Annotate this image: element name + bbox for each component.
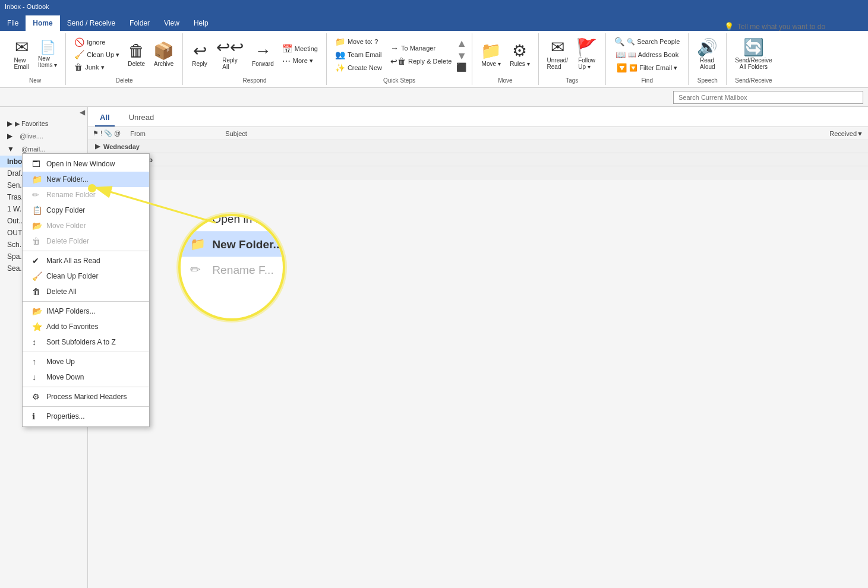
sidebar-collapse-button[interactable]: ◀ <box>80 108 85 116</box>
filter-email-button[interactable]: 🔽 🔽 Filter Email ▾ <box>613 62 681 74</box>
more-respond-icon: ⋯ <box>282 56 291 66</box>
ctx-delete-all[interactable]: 🗑 Delete All <box>23 284 149 299</box>
ctx-copy-folder[interactable]: 📋 Copy Folder <box>23 203 149 218</box>
send-receive-all-button[interactable]: 🔄 Send/ReceiveAll Folders <box>731 37 775 72</box>
ribbon-group-sendreceive: 🔄 Send/ReceiveAll Folders Send/Receive <box>727 33 780 85</box>
ctx-delete-folder-label: Delete Folder <box>46 237 89 245</box>
ctx-open-new-window[interactable]: 🗔 Open in New Window <box>23 156 149 172</box>
ctx-add-favorites[interactable]: ⭐ Add to Favorites <box>23 319 149 334</box>
forward-label: Forward <box>252 61 274 67</box>
address-book-button[interactable]: 📖 📖 Address Book <box>612 49 682 61</box>
delete-label: Delete <box>128 61 145 67</box>
move-label: Move ▾ <box>482 61 501 67</box>
read-aloud-label: ReadAloud <box>700 57 715 70</box>
rules-icon: ⚙ <box>512 43 527 59</box>
find-group-buttons: 🔍 🔍 Search People 📖 📖 Address Book 🔽 🔽 F… <box>611 33 683 76</box>
reply-all-button[interactable]: ↩↩ ReplyAll <box>213 37 247 72</box>
ctx-clean-up-folder[interactable]: 🧹 Clean Up Folder <box>23 268 149 284</box>
tab-file[interactable]: File <box>0 15 26 31</box>
to-manager-button[interactable]: → To Manager <box>387 42 455 54</box>
group-wednesday[interactable]: ▶ Wednesday <box>88 140 868 153</box>
group-older[interactable]: ▶ Older <box>88 166 868 179</box>
archive-button[interactable]: 📦 Archive <box>150 40 178 69</box>
header-subject[interactable]: Subject <box>225 130 787 137</box>
rules-btn[interactable]: ⚙ Rules ▾ <box>506 40 533 69</box>
ctx-new-folder-label: New Folder... <box>46 175 89 184</box>
zoom-item-open: 🗔 Open in N... <box>178 214 285 231</box>
zoom-new-folder-label: New Folder... <box>212 238 282 251</box>
quicksteps-scroll-down[interactable]: ▼ <box>456 50 467 62</box>
respond-small-buttons: 📅 Meeting ⋯ More ▾ <box>279 43 321 67</box>
search-people-button[interactable]: 🔍 🔍 Search People <box>611 36 683 48</box>
ignore-label: Ignore <box>87 39 105 46</box>
move-btn[interactable]: 📁 Move ▾ <box>477 40 505 69</box>
ctx-process-headers[interactable]: ⚙ Process Marked Headers <box>23 389 149 404</box>
team-email-button[interactable]: 👥 Team Email <box>332 49 386 61</box>
new-items-button[interactable]: 📄 NewItems ▾ <box>34 39 61 71</box>
ctx-move-down-icon: ↓ <box>32 372 42 382</box>
speech-group-label: Speech <box>697 76 718 85</box>
tab-help[interactable]: Help <box>187 15 216 31</box>
ctx-delete-all-icon: 🗑 <box>32 287 42 296</box>
ctx-move-up-label: Move Up <box>46 358 75 366</box>
tab-send-receive[interactable]: Send / Receive <box>60 15 122 31</box>
ctx-move-down[interactable]: ↓ Move Down <box>23 369 149 385</box>
ctx-imap-folders[interactable]: 📂 IMAP Folders... <box>23 304 149 319</box>
tags-group-label: Tags <box>566 76 578 85</box>
read-aloud-button[interactable]: 🔊 ReadAloud <box>693 37 721 72</box>
sidebar-account1[interactable]: ▶ @live.... <box>0 129 87 143</box>
follow-up-button[interactable]: 🚩 FollowUp ▾ <box>573 37 601 72</box>
new-email-button[interactable]: ✉ NewEmail <box>10 37 33 72</box>
mail-list-header: ⚑ ! 📎 @ From Subject Received ▼ <box>88 127 868 140</box>
search-mailbox-input[interactable] <box>673 91 863 104</box>
ctx-move-up[interactable]: ↑ Move Up <box>23 354 149 369</box>
delete-button[interactable]: 🗑 Delete <box>124 40 149 69</box>
junk-label: Junk ▾ <box>85 64 104 71</box>
tab-view[interactable]: View <box>157 15 187 31</box>
new-items-label: NewItems ▾ <box>38 55 57 68</box>
create-new-button[interactable]: ✨ Create New <box>332 62 386 74</box>
ctx-new-folder[interactable]: 📁 New Folder... <box>23 172 149 187</box>
tab-folder[interactable]: Folder <box>122 15 157 31</box>
header-received-label: Received <box>829 130 857 137</box>
ctx-rename-folder: ✏ Rename Folder <box>23 187 149 203</box>
ctx-properties[interactable]: ℹ Properties... <box>23 409 149 424</box>
header-received[interactable]: Received ▼ <box>792 130 863 137</box>
ctx-properties-icon: ℹ <box>32 412 42 421</box>
archive-label: Archive <box>154 61 173 67</box>
move-to-button[interactable]: 📁 Move to: ? <box>332 36 386 48</box>
tab-home[interactable]: Home <box>26 15 59 31</box>
quicksteps-scroll-up[interactable]: ▲ <box>456 37 467 50</box>
tell-me-input[interactable] <box>737 23 856 31</box>
cleanup-button[interactable]: 🧹 Clean Up ▾ <box>71 49 123 61</box>
ctx-sort-subfolders[interactable]: ↕ Sort Subfolders A to Z <box>23 334 149 350</box>
more-respond-button[interactable]: ⋯ More ▾ <box>279 55 321 67</box>
ctx-imap-folders-label: IMAP Folders... <box>46 307 95 315</box>
more-respond-label: More ▾ <box>293 57 313 65</box>
account2-arrow: ▼ <box>7 145 14 153</box>
quicksteps-expand[interactable]: ⬛ <box>456 62 467 72</box>
ribbon-tabs: File Home Send / Receive Folder View Hel… <box>0 13 868 31</box>
reply-icon: ↩ <box>193 43 207 59</box>
ignore-button[interactable]: 🚫 Ignore <box>71 36 123 48</box>
header-from[interactable]: From <box>125 130 220 137</box>
unread-read-button[interactable]: ✉ Unread/Read <box>544 37 572 72</box>
tab-all[interactable]: All <box>95 110 115 127</box>
group-two-weeks-ago[interactable]: ▶ Two Weeks Ago <box>88 153 868 166</box>
reply-delete-button[interactable]: ↩🗑 Reply & Delete <box>387 55 455 67</box>
send-receive-all-icon: 🔄 <box>743 39 764 56</box>
header-exclaim-icon: ! <box>100 129 102 137</box>
move-to-label: Move to: ? <box>348 38 378 45</box>
account2-label: @mail... <box>17 144 50 154</box>
address-book-label: 📖 Address Book <box>628 51 678 59</box>
tab-unread[interactable]: Unread <box>124 110 159 127</box>
reply-button[interactable]: ↩ Reply <box>188 40 212 69</box>
junk-button[interactable]: 🗑 Junk ▾ <box>71 61 123 73</box>
new-group-buttons: ✉ NewEmail 📄 NewItems ▾ <box>10 33 61 76</box>
forward-button[interactable]: → Forward <box>248 40 277 69</box>
meeting-button[interactable]: 📅 Meeting <box>279 43 321 55</box>
ctx-divider-1 <box>23 251 149 251</box>
junk-icon: 🗑 <box>74 62 83 72</box>
ctx-mark-all-read[interactable]: ✔ Mark All as Read <box>23 253 149 268</box>
sidebar-favorites[interactable]: ▶ ▶ Favorites <box>0 118 87 129</box>
